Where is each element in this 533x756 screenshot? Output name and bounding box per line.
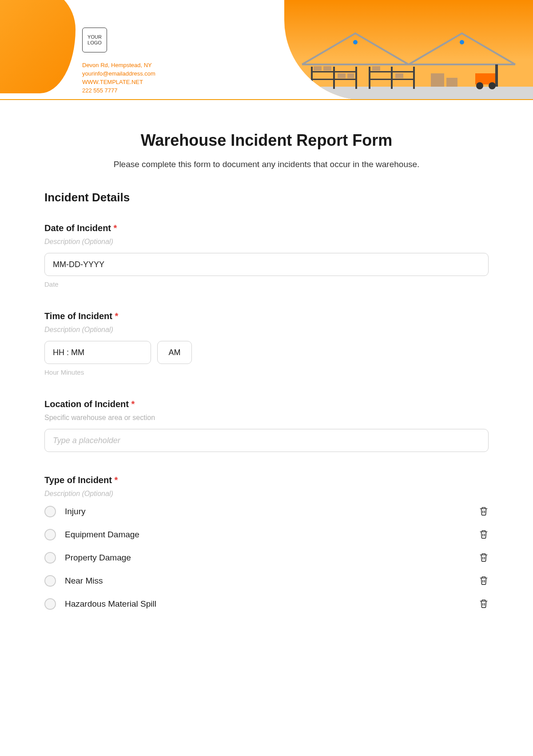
svg-rect-9 bbox=[314, 66, 322, 71]
trash-icon[interactable] bbox=[479, 552, 489, 563]
svg-rect-16 bbox=[369, 71, 415, 72]
svg-point-3 bbox=[460, 40, 464, 44]
radio-label: Injury bbox=[65, 507, 470, 516]
svg-point-25 bbox=[489, 82, 496, 89]
warehouse-illustration bbox=[284, 29, 533, 100]
svg-rect-14 bbox=[391, 67, 393, 89]
radio-option: Near Miss bbox=[44, 575, 489, 587]
radio-option: Equipment Damage bbox=[44, 529, 489, 540]
form-content: Warehouse Incident Report Form Please co… bbox=[0, 100, 533, 651]
svg-rect-23 bbox=[495, 64, 498, 87]
decor-blob-left bbox=[0, 0, 76, 93]
svg-rect-6 bbox=[355, 67, 357, 89]
svg-rect-13 bbox=[369, 67, 370, 89]
label-location: Location of Incident * bbox=[44, 399, 489, 409]
radio-label: Hazardous Material Spill bbox=[65, 599, 470, 609]
svg-rect-8 bbox=[311, 79, 357, 80]
radio-button[interactable] bbox=[44, 552, 56, 564]
trash-icon[interactable] bbox=[479, 599, 489, 609]
svg-rect-7 bbox=[311, 71, 357, 72]
label-time-text: Time of Incident bbox=[44, 311, 112, 321]
required-mark: * bbox=[114, 475, 118, 485]
desc-location: Specific warehouse area or section bbox=[44, 414, 489, 422]
svg-rect-19 bbox=[395, 73, 403, 78]
trash-icon[interactable] bbox=[479, 529, 489, 540]
hint-time: Hour Minutes bbox=[44, 368, 489, 376]
section-title: Incident Details bbox=[44, 191, 489, 204]
field-location: Location of Incident * Specific warehous… bbox=[44, 399, 489, 452]
desc-type: Description (Optional) bbox=[44, 490, 489, 498]
radio-button[interactable] bbox=[44, 529, 56, 540]
contact-phone: 222 555 7777 bbox=[82, 87, 155, 95]
svg-rect-21 bbox=[446, 78, 457, 87]
date-input[interactable] bbox=[44, 253, 489, 276]
contact-email: yourinfo@emailaddress.com bbox=[82, 70, 155, 78]
field-date: Date of Incident * Description (Optional… bbox=[44, 223, 489, 288]
radio-button[interactable] bbox=[44, 575, 56, 587]
radio-option: Property Damage bbox=[44, 552, 489, 564]
radio-label: Property Damage bbox=[65, 553, 470, 563]
required-mark: * bbox=[114, 223, 117, 233]
radio-button[interactable] bbox=[44, 598, 56, 610]
svg-rect-12 bbox=[347, 73, 354, 78]
svg-point-24 bbox=[476, 82, 483, 89]
label-date-text: Date of Incident bbox=[44, 223, 111, 233]
contact-info: Devon Rd, Hempstead, NY yourinfo@emailad… bbox=[82, 61, 155, 95]
radio-label: Equipment Damage bbox=[65, 530, 470, 540]
trash-icon[interactable] bbox=[479, 576, 489, 586]
required-mark: * bbox=[131, 399, 135, 409]
svg-rect-18 bbox=[372, 66, 380, 71]
svg-rect-4 bbox=[311, 67, 313, 89]
label-type-text: Type of Incident bbox=[44, 475, 112, 485]
radio-option: Hazardous Material Spill bbox=[44, 598, 489, 610]
label-time: Time of Incident * bbox=[44, 311, 489, 321]
field-type: Type of Incident * Description (Optional… bbox=[44, 475, 489, 610]
location-input[interactable] bbox=[44, 429, 489, 452]
radio-label: Near Miss bbox=[65, 576, 470, 586]
time-input[interactable]: HH : MM bbox=[44, 341, 151, 364]
label-type: Type of Incident * bbox=[44, 475, 489, 485]
desc-time: Description (Optional) bbox=[44, 326, 489, 334]
radio-list: Injury Equipment Damage Property Damage … bbox=[44, 506, 489, 610]
desc-date: Description (Optional) bbox=[44, 238, 489, 246]
svg-rect-20 bbox=[431, 73, 444, 87]
ampm-toggle[interactable]: AM bbox=[157, 341, 192, 364]
trash-icon[interactable] bbox=[479, 506, 489, 517]
label-date: Date of Incident * bbox=[44, 223, 489, 233]
svg-rect-15 bbox=[413, 67, 415, 89]
label-location-text: Location of Incident bbox=[44, 399, 129, 409]
required-mark: * bbox=[115, 311, 119, 321]
hint-date: Date bbox=[44, 280, 489, 288]
form-subtitle: Please complete this form to document an… bbox=[44, 160, 489, 169]
svg-rect-0 bbox=[284, 87, 533, 100]
logo-placeholder: YOUR LOGO bbox=[82, 28, 107, 52]
decor-blob-right bbox=[284, 0, 533, 100]
field-time: Time of Incident * Description (Optional… bbox=[44, 311, 489, 376]
header-banner: YOUR LOGO Devon Rd, Hempstead, NY yourin… bbox=[0, 0, 533, 100]
contact-address: Devon Rd, Hempstead, NY bbox=[82, 61, 155, 70]
svg-rect-17 bbox=[369, 79, 415, 80]
radio-option: Injury bbox=[44, 506, 489, 517]
radio-button[interactable] bbox=[44, 506, 56, 517]
svg-rect-5 bbox=[333, 67, 335, 89]
form-title: Warehouse Incident Report Form bbox=[44, 131, 489, 150]
svg-point-2 bbox=[353, 40, 358, 44]
svg-rect-11 bbox=[338, 73, 346, 78]
svg-rect-10 bbox=[323, 66, 331, 71]
contact-website: WWW.TEMPLATE.NET bbox=[82, 78, 155, 87]
